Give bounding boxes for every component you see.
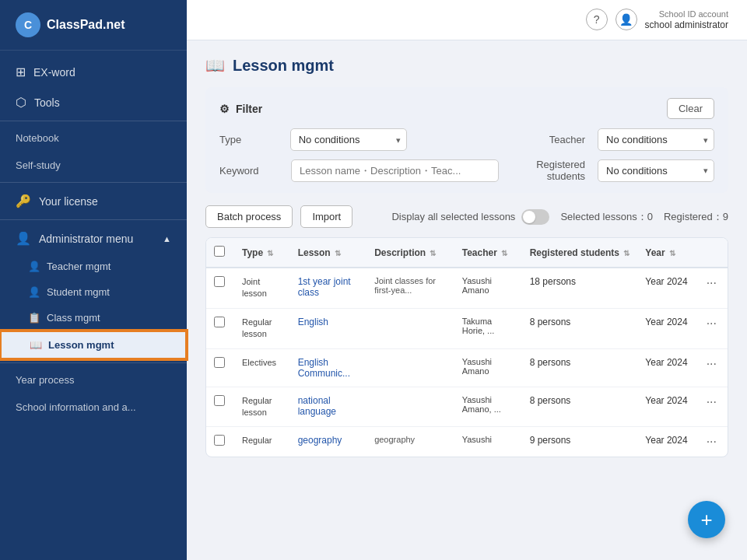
sidebar-item-label-ex-word: EX-word: [33, 66, 75, 79]
sidebar-item-self-study[interactable]: Self-study: [0, 152, 187, 179]
batch-process-button[interactable]: Batch process: [205, 205, 293, 228]
selected-lessons-label: Selected lessons：0: [560, 210, 653, 224]
sidebar-item-label-teacher: Teacher mgmt: [47, 261, 110, 272]
more-button-0[interactable]: ···: [703, 276, 720, 290]
user-avatar-button[interactable]: 👤: [615, 9, 637, 30]
table-row: Electives English Communic... Yasushi Am…: [206, 348, 728, 387]
page-title-text: Lesson mgmt: [233, 57, 334, 75]
type-label: Type: [219, 134, 278, 145]
registered-select[interactable]: No conditions: [598, 159, 714, 182]
table-row: Regular geography geography Yasushi 9 pe…: [206, 427, 728, 457]
table-row: Joint lesson 1st year joint class Joint …: [206, 268, 728, 308]
row-checkbox-2[interactable]: [214, 357, 225, 368]
row-checkbox-3[interactable]: [214, 395, 225, 406]
ex-word-icon: ⊞: [16, 65, 26, 79]
filter-panel: ⚙ Filter Clear Type No conditions Teache…: [205, 87, 728, 193]
cell-type-3: Regular lesson: [234, 387, 290, 427]
sidebar-item-year-process[interactable]: Year process: [0, 366, 187, 394]
sidebar-top-section: ⊞ EX-word ⬡ Tools Notebook Self-study 🔑 …: [0, 51, 187, 427]
display-toggle-wrap: Display all selected lessons: [391, 209, 549, 225]
user-icon: 👤: [619, 13, 633, 26]
col-description: Description ⇅: [366, 238, 454, 268]
clear-button[interactable]: Clear: [667, 98, 714, 119]
cell-teacher-2: Yasushi Amano: [454, 348, 522, 387]
sidebar-item-teacher-mgmt[interactable]: 👤 Teacher mgmt: [0, 254, 187, 279]
more-button-1[interactable]: ···: [703, 317, 720, 331]
add-icon: +: [700, 508, 712, 532]
cell-registered-3: 8 persons: [522, 387, 638, 427]
sidebar-divider-2: [0, 182, 187, 183]
sidebar-item-notebook[interactable]: Notebook: [0, 124, 187, 152]
sidebar-item-label-admin: Administrator menu: [39, 233, 133, 245]
cell-type-2: Electives: [234, 348, 290, 387]
desc-sort-icon[interactable]: ⇅: [430, 249, 436, 257]
col-checkbox: [206, 238, 234, 268]
sidebar-item-lesson-mgmt[interactable]: 📖 Lesson mgmt: [0, 331, 187, 359]
teacher-label: Teacher: [513, 134, 585, 145]
import-button[interactable]: Import: [300, 205, 352, 228]
more-button-3[interactable]: ···: [703, 395, 720, 409]
cell-registered-2: 8 persons: [522, 348, 638, 387]
add-lesson-fab[interactable]: +: [688, 501, 725, 538]
row-checkbox-1[interactable]: [214, 317, 225, 327]
lesson-sort-icon[interactable]: ⇅: [335, 249, 341, 257]
sidebar-item-class-mgmt[interactable]: 📋 Class mgmt: [0, 305, 187, 331]
type-sort-icon[interactable]: ⇅: [267, 249, 273, 257]
admin-icon: 👤: [16, 231, 31, 246]
logo: C ClassPad.net: [0, 0, 187, 51]
sidebar-item-school-info[interactable]: School information and a...: [0, 394, 187, 421]
col-teacher: Teacher ⇅: [454, 238, 522, 268]
cell-registered-4: 9 persons: [522, 427, 638, 457]
select-all-checkbox[interactable]: [214, 246, 225, 257]
lesson-mgmt-icon: 📖: [30, 339, 42, 351]
logo-icon: C: [16, 12, 40, 37]
cell-lesson-3: national language: [290, 387, 366, 427]
sidebar-item-student-mgmt[interactable]: 👤 Student mgmt: [0, 279, 187, 305]
toggle-knob: [523, 211, 535, 223]
display-toggle[interactable]: [521, 209, 549, 225]
help-button[interactable]: ?: [586, 9, 608, 30]
registered-select-wrap: No conditions: [598, 159, 714, 182]
teacher-sort-icon[interactable]: ⇅: [501, 249, 507, 257]
cell-year-1: Year 2024: [637, 308, 695, 348]
sidebar-item-admin-menu[interactable]: 👤 Administrator menu ▲: [0, 223, 187, 254]
cell-year-3: Year 2024: [637, 387, 695, 427]
user-info: School ID account school administrator: [645, 9, 728, 32]
help-icon: ?: [594, 13, 600, 26]
registered-sort-icon[interactable]: ⇅: [623, 249, 630, 257]
sidebar-item-label-tools: Tools: [34, 96, 60, 109]
row-checkbox-0[interactable]: [214, 276, 225, 287]
more-button-4[interactable]: ···: [703, 435, 720, 449]
year-sort-icon[interactable]: ⇅: [669, 249, 675, 257]
cell-teacher-1: Takuma Horie, ...: [454, 308, 522, 348]
toolbar-right: Display all selected lessons Selected le…: [391, 209, 728, 225]
col-type: Type ⇅: [234, 238, 290, 268]
cell-desc-4: geography: [366, 427, 454, 457]
row-checkbox-4[interactable]: [214, 435, 225, 446]
sidebar-item-ex-word[interactable]: ⊞ EX-word: [0, 57, 187, 87]
filter-row-type: Type No conditions Teacher No conditions: [219, 128, 714, 151]
sidebar-item-tools[interactable]: ⬡ Tools: [0, 87, 187, 117]
table-row: Regular lesson national language Yasushi…: [206, 387, 728, 427]
filter-title: ⚙ Filter: [219, 103, 262, 115]
col-registered: Registered students ⇅: [522, 238, 638, 268]
student-mgmt-icon: 👤: [28, 286, 40, 298]
type-select[interactable]: No conditions: [290, 128, 407, 151]
cell-desc-0: Joint classes for first-yea...: [366, 268, 454, 308]
cell-lesson-4: geography: [290, 427, 366, 457]
cell-year-2: Year 2024: [637, 348, 695, 387]
cell-teacher-0: Yasushi Amano: [454, 268, 522, 308]
more-button-2[interactable]: ···: [703, 357, 720, 371]
registered-label: Registered students: [511, 159, 585, 182]
col-lesson: Lesson ⇅: [290, 238, 366, 268]
table-scroll: Type ⇅ Lesson ⇅ Description ⇅: [206, 238, 728, 457]
keyword-input[interactable]: [291, 159, 499, 182]
teacher-mgmt-icon: 👤: [28, 261, 40, 272]
cell-desc-2: [366, 348, 454, 387]
sidebar-item-your-license[interactable]: 🔑 Your license: [0, 186, 187, 216]
sidebar-divider-4: [0, 362, 187, 363]
cell-type-4: Regular: [234, 427, 290, 457]
tools-icon: ⬡: [16, 95, 26, 110]
cell-desc-1: [366, 308, 454, 348]
teacher-select[interactable]: No conditions: [598, 128, 714, 151]
